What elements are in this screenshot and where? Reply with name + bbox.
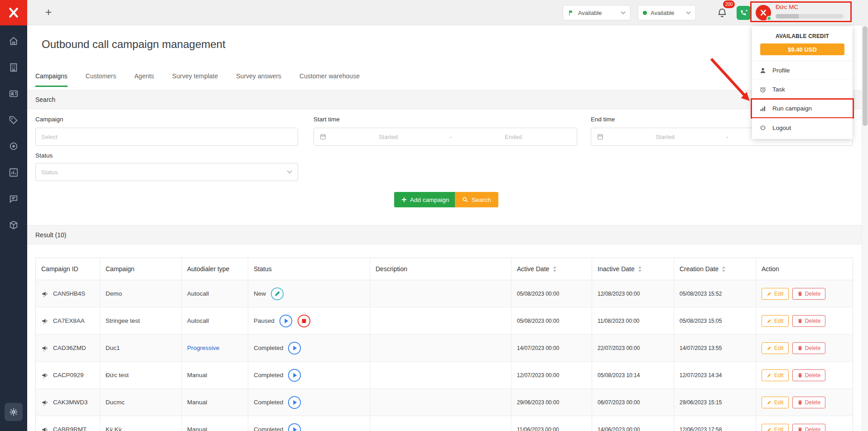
status-cell: Paused [248, 307, 370, 334]
edit-button[interactable]: Edit [762, 288, 789, 300]
agent-status-dropdown[interactable]: Available [563, 5, 631, 20]
tab-customers[interactable]: Customers [86, 72, 116, 87]
column-header-autodialer-type: Autodialer type [182, 258, 248, 280]
user-name[interactable]: Đức MC [776, 4, 798, 10]
tab-customer-warehouse[interactable]: Customer warehouse [299, 72, 360, 87]
play-button[interactable] [288, 369, 301, 382]
edit-button[interactable]: Edit [762, 369, 789, 381]
autodialer-type-cell: Manual [182, 389, 248, 416]
delete-button[interactable]: Delete [792, 342, 826, 354]
start-time-range-input[interactable]: Started - Ended [313, 128, 577, 146]
delete-button[interactable]: Delete [792, 369, 826, 381]
add-campaign-button[interactable]: Add campaign [394, 192, 456, 207]
tab-agents[interactable]: Agents [135, 72, 154, 87]
status-cell: Completed [248, 416, 370, 431]
credit-progress-bar [776, 14, 844, 19]
campaign-id-cell: CAN5HB4S [36, 280, 100, 307]
user-menu-items: ProfileTaskRun campaignLogout [752, 61, 853, 137]
campaign-name-cell: Ducmc [100, 389, 182, 416]
start-time-to-input[interactable]: Ended [455, 134, 571, 140]
menu-item-profile[interactable]: Profile [752, 61, 853, 80]
chevron-down-icon [686, 11, 691, 14]
edit-button[interactable]: Edit [762, 397, 789, 408]
autodialer-type-cell: Manual [182, 362, 248, 388]
column-header-creation-date[interactable]: Creation Date [674, 258, 756, 280]
building-icon [9, 62, 19, 72]
active-date-cell: 29/06/2023 00:00 [511, 389, 592, 416]
table-row: CABR9RMTKỳ KỳManualCompleted11/06/2023 0… [36, 416, 853, 431]
play-button[interactable] [288, 423, 301, 431]
tab-survey-template[interactable]: Survey template [172, 72, 218, 87]
column-header-action: Action [756, 258, 854, 280]
delete-button[interactable]: Delete [792, 288, 826, 300]
call-button[interactable] [737, 6, 751, 20]
availability-label: Available [651, 10, 682, 16]
sidebar-settings-button[interactable] [5, 403, 23, 421]
agent-status-label: Available [578, 10, 617, 16]
target-icon [9, 141, 19, 151]
sidebar-item-contacts[interactable] [0, 81, 27, 107]
chevron-down-icon [621, 11, 626, 14]
search-button[interactable]: Search [455, 192, 498, 207]
sidebar-item-integrations[interactable] [0, 212, 27, 238]
sidebar-item-conversations[interactable] [0, 186, 27, 212]
autodialer-type-cell: Progressive [182, 335, 248, 361]
menu-item-label: Logout [772, 125, 791, 131]
menu-item-label: Profile [772, 67, 790, 74]
availability-dropdown[interactable]: Available [638, 5, 696, 20]
active-date-cell: 14/07/2023 00:00 [511, 335, 592, 361]
campaign-select[interactable]: Select [35, 128, 298, 146]
sidebar-item-tags[interactable] [0, 107, 27, 133]
play-button[interactable] [288, 341, 301, 355]
sidebar-item-organization[interactable] [0, 54, 27, 81]
menu-item-run-campaign[interactable]: Run campaign [752, 99, 853, 118]
scrollbar-thumb[interactable] [863, 26, 868, 126]
sort-icon [722, 266, 726, 272]
megaphone-icon [41, 344, 49, 352]
online-status-dot [767, 16, 772, 21]
tab-campaigns[interactable]: Campaigns [35, 72, 68, 87]
sidebar-item-home[interactable] [0, 28, 27, 54]
status-cell: Completed [248, 362, 370, 388]
search-section-header: Search [27, 90, 868, 109]
creation-date-cell: 29/06/2023 15:15 [674, 389, 756, 416]
status-select[interactable]: Status [35, 163, 298, 181]
stop-button[interactable] [297, 314, 311, 328]
delete-button[interactable]: Delete [792, 397, 826, 408]
creation-date-cell: 05/08/2023 15:05 [674, 307, 756, 334]
page-title: Outbound call campaign management [42, 38, 226, 51]
sidebar-item-campaigns[interactable] [0, 133, 27, 159]
avatar[interactable] [756, 5, 771, 20]
menu-item-task[interactable]: Task [752, 80, 853, 99]
play-button[interactable] [279, 314, 293, 328]
delete-button[interactable]: Delete [792, 315, 826, 327]
column-header-campaign: Campaign [100, 258, 182, 280]
tab-survey-answers[interactable]: Survey answers [236, 72, 281, 87]
column-header-inactive-date[interactable]: Inactive Date [592, 258, 674, 280]
sidebar-item-reports[interactable] [0, 159, 27, 186]
pencil-icon [767, 318, 772, 324]
end-time-from-input[interactable]: Started [608, 134, 723, 140]
campaign-name-cell: Stringee test [100, 307, 182, 334]
user-menu: AVAILABLE CREDIT $9.40 USD ProfileTaskRu… [752, 26, 853, 139]
new-tab-button[interactable]: + [45, 6, 52, 19]
table-row: CAD36ZMDDuc1ProgressiveCompleted14/07/20… [36, 335, 853, 362]
status-text: Paused [254, 317, 275, 324]
scrollbar-track[interactable] [862, 25, 868, 431]
notifications-button[interactable] [717, 7, 728, 18]
menu-item-logout[interactable]: Logout [752, 118, 853, 137]
delete-button[interactable]: Delete [792, 424, 826, 431]
autodialer-type-link[interactable]: Progressive [187, 345, 219, 351]
edit-button[interactable]: Edit [762, 342, 789, 354]
edit-status-button[interactable] [270, 287, 284, 301]
description-cell [370, 362, 511, 388]
table-row: CACP0929Đức testManualCompleted12/07/202… [36, 362, 853, 389]
x-logo[interactable] [0, 0, 27, 25]
menu-item-label: Run campaign [772, 105, 812, 112]
play-button[interactable] [288, 396, 301, 409]
edit-button[interactable]: Edit [762, 424, 789, 431]
start-time-from-input[interactable]: Started [330, 134, 446, 140]
column-header-active-date[interactable]: Active Date [511, 258, 592, 280]
edit-button[interactable]: Edit [762, 315, 789, 327]
pencil-icon [767, 400, 772, 405]
